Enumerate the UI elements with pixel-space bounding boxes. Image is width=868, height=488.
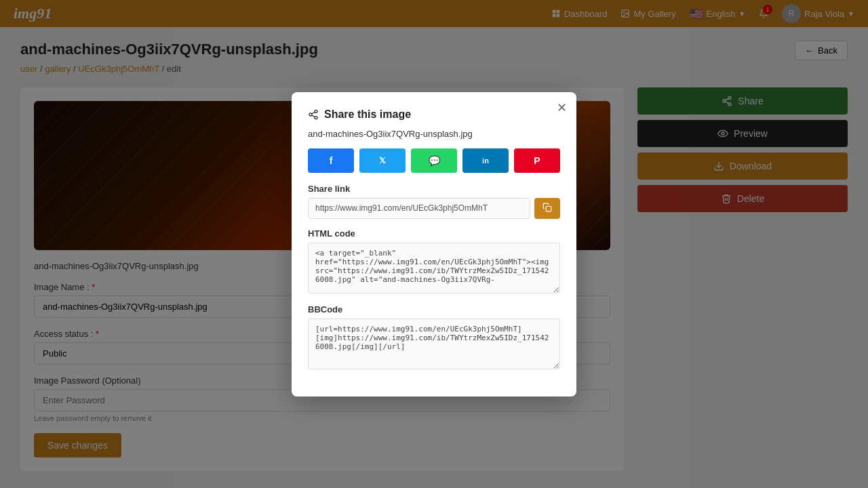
share-modal: ✕ Share this image and-machines-Og3iix7Q…: [292, 92, 576, 396]
svg-line-20: [312, 112, 315, 114]
svg-point-16: [315, 110, 317, 113]
linkedin-icon: in: [482, 157, 489, 165]
modal-overlay[interactable]: ✕ Share this image and-machines-Og3iix7Q…: [0, 0, 868, 488]
svg-point-17: [309, 113, 312, 116]
svg-point-18: [315, 116, 317, 119]
whatsapp-icon: 💬: [429, 155, 440, 166]
modal-filename: and-machines-Og3iix7QVRg-unsplash.jpg: [308, 129, 560, 139]
share-link-label: Share link: [308, 184, 560, 194]
facebook-share-button[interactable]: f: [308, 148, 354, 173]
svg-rect-21: [546, 206, 551, 211]
modal-close-button[interactable]: ✕: [557, 100, 567, 115]
modal-title-text: Share this image: [324, 108, 411, 121]
html-code-textarea[interactable]: [308, 243, 560, 293]
pinterest-share-button[interactable]: P: [514, 148, 560, 173]
html-code-label: HTML code: [308, 228, 560, 239]
share-link-row: [308, 198, 560, 219]
linkedin-share-button[interactable]: in: [462, 148, 509, 173]
twitter-icon: 𝕏: [379, 156, 386, 165]
bbcode-textarea[interactable]: [308, 319, 560, 369]
facebook-icon: f: [330, 155, 333, 166]
copy-link-button[interactable]: [534, 198, 560, 219]
whatsapp-share-button[interactable]: 💬: [411, 148, 457, 173]
modal-title: Share this image: [308, 108, 560, 121]
share-link-input[interactable]: [308, 198, 530, 219]
social-buttons: f 𝕏 💬 in P: [308, 148, 560, 173]
pinterest-icon: P: [534, 155, 540, 166]
twitter-share-button[interactable]: 𝕏: [359, 148, 406, 173]
svg-line-19: [312, 115, 315, 117]
bbcode-label: BBCode: [308, 304, 560, 314]
